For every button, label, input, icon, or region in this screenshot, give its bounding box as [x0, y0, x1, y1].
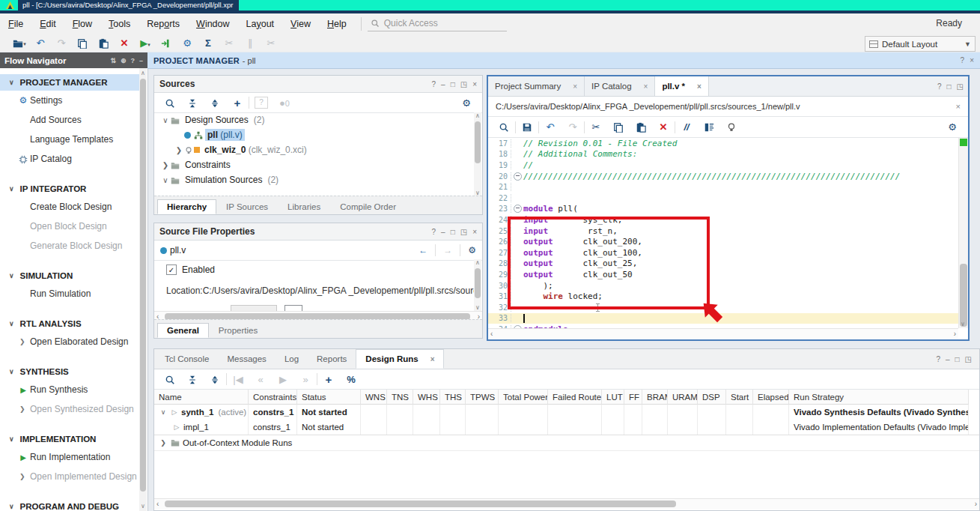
tab-general[interactable]: General [157, 323, 209, 338]
code-line[interactable]: 29output clk_out_50 [488, 269, 958, 280]
scissors-disabled-button[interactable]: ✂ [261, 37, 281, 49]
float-icon[interactable]: ◳ [460, 228, 467, 236]
chevron-right-icon[interactable]: ❯ [160, 161, 171, 169]
editor-hscrollbar[interactable]: ‹ › [488, 328, 958, 339]
tree-item-clk-wiz-0[interactable]: ❯clk_wiz_0 (clk_wiz_0.xci) [154, 142, 474, 157]
editor-tab-project-summary[interactable]: Project Summary× [488, 76, 585, 96]
open-project-button[interactable]: ▾ [9, 37, 30, 49]
minimize-icon[interactable]: – [139, 57, 143, 64]
scroll-up-icon[interactable]: ∧ [139, 70, 147, 76]
copy-button[interactable] [72, 37, 93, 49]
code-line[interactable]: 31 wire locked; [488, 291, 958, 302]
add-sources-button[interactable]: + [226, 97, 249, 109]
tab-compile-order[interactable]: Compile Order [330, 199, 406, 214]
lightbulb-icon[interactable] [720, 121, 743, 133]
play-run-icon[interactable]: ▶ [272, 374, 294, 385]
column-header-ths[interactable]: THS [440, 390, 466, 405]
bottom-tab-log[interactable]: Log [276, 349, 308, 369]
sources-scrollbar[interactable]: ∧ ∨ [474, 112, 481, 196]
maximize-icon[interactable]: □ [451, 80, 455, 88]
minimize-icon[interactable]: – [946, 355, 950, 363]
code-line[interactable]: 33 [488, 313, 958, 324]
sidebar-item-create-block-design[interactable]: Create Block Design [0, 197, 139, 217]
tree-item-simulation-sources[interactable]: ∨Simulation Sources(2) [154, 172, 474, 187]
import-button[interactable] [156, 37, 177, 49]
close-icon[interactable]: × [956, 102, 961, 111]
close-icon[interactable]: × [472, 80, 477, 88]
chevron-down-icon[interactable]: ∨ [159, 405, 168, 420]
sidebar-item-open-implemented-design[interactable]: ❯Open Implemented Design [0, 467, 139, 486]
fold-marker-icon[interactable] [514, 172, 522, 181]
column-header-lut[interactable]: LUT [602, 390, 624, 405]
column-header-wns[interactable]: WNS [361, 390, 387, 405]
scrollbar-thumb[interactable] [960, 264, 967, 327]
delete-button[interactable]: ✕ [114, 37, 135, 49]
scroll-down-icon[interactable]: ∨ [139, 503, 147, 510]
code-line[interactable]: 19// [488, 160, 958, 171]
layout-selector[interactable]: Default Layout ▼ [865, 36, 976, 52]
settings-gear-button[interactable]: ⚙ [177, 37, 198, 49]
menu-item-edit[interactable]: Edit [31, 19, 64, 29]
maximize-icon[interactable]: □ [955, 355, 960, 363]
copy-icon[interactable] [607, 121, 630, 133]
tab-ip-sources[interactable]: IP Sources [216, 199, 278, 214]
type-checkbox[interactable] [284, 305, 302, 311]
sidebar-section-synthesis[interactable]: ∨SYNTHESIS [0, 363, 139, 380]
sidebar-item-add-sources[interactable]: Add Sources [0, 110, 139, 130]
code-line[interactable]: 27output clk_out_100, [488, 247, 958, 258]
close-tab-icon[interactable]: × [430, 355, 435, 363]
scroll-left-icon[interactable]: ‹ [156, 500, 159, 508]
float-icon[interactable]: ◳ [957, 82, 964, 91]
table-group-row[interactable]: ❯Out-of-Context Module Runs [154, 435, 979, 451]
type-dropdown[interactable] [231, 305, 277, 311]
sources-settings-gear-icon[interactable]: ⚙ [455, 97, 478, 109]
code-line[interactable]: 17// Revision 0.01 - File Created [488, 138, 958, 149]
tab-properties[interactable]: Properties [209, 323, 267, 338]
chevron-right-icon[interactable]: ❯ [159, 439, 168, 447]
column-header-dsp[interactable]: DSP [698, 390, 726, 405]
quick-access-search[interactable]: Quick Access [368, 16, 507, 31]
collapse-all-icon[interactable] [181, 97, 204, 109]
bottom-tab-messages[interactable]: Messages [218, 349, 275, 369]
column-header-bram[interactable]: BRAM [642, 390, 668, 405]
bottom-tab-tcl-console[interactable]: Tcl Console [156, 349, 218, 369]
toggle-comment-icon[interactable]: // [675, 121, 698, 133]
column-header-status[interactable]: Status [297, 390, 361, 405]
sidebar-section-rtl-analysis[interactable]: ∨RTL ANALYSIS [0, 315, 139, 332]
code-line[interactable]: 30 ); [488, 280, 958, 291]
menu-item-reports[interactable]: Reports [139, 19, 188, 29]
help-icon[interactable]: ? [937, 82, 942, 91]
scrollbar-thumb[interactable] [140, 79, 146, 492]
float-icon[interactable]: ◳ [460, 80, 467, 88]
properties-gear-icon[interactable]: ⚙ [468, 245, 476, 256]
menu-item-window[interactable]: Window [188, 19, 237, 29]
tab-hierarchy[interactable]: Hierarchy [157, 199, 216, 214]
sum-report-button[interactable]: Σ [198, 37, 219, 49]
flow-navigator-scrollbar[interactable]: ∧ ∨ [139, 68, 147, 511]
scroll-down-icon[interactable]: ∨ [961, 321, 965, 327]
save-icon[interactable] [516, 121, 538, 133]
sidebar-item-open-elaborated-design[interactable]: ❯Open Elaborated Design [0, 332, 139, 351]
table-row[interactable]: ▷impl_1constrs_1Not startedVivado Implem… [154, 420, 979, 435]
column-header-whs[interactable]: WHS [413, 390, 440, 405]
menu-item-layout[interactable]: Layout [238, 19, 283, 29]
scroll-down-icon[interactable]: ∨ [475, 304, 480, 311]
column-header-name[interactable]: Name [154, 390, 249, 405]
run-button[interactable]: ▶▾ [135, 37, 156, 49]
chevron-down-icon[interactable]: ∨ [160, 176, 171, 184]
bottom-tab-reports[interactable]: Reports [308, 349, 356, 369]
close-icon[interactable]: × [472, 228, 477, 236]
column-header-elapsed[interactable]: Elapsed [753, 390, 789, 405]
sidebar-item-run-implementation[interactable]: ▶Run Implementation [0, 447, 139, 467]
scrollbar-thumb[interactable] [475, 268, 481, 298]
tree-item-constraints[interactable]: ❯Constraints [154, 157, 474, 172]
sidebar-item-ip-catalog[interactable]: IP Catalog [0, 149, 139, 169]
paste-icon[interactable] [630, 121, 652, 133]
menu-item-file[interactable]: File [0, 19, 31, 29]
tab-libraries[interactable]: Libraries [278, 199, 330, 214]
sidebar-item-run-synthesis[interactable]: ▶Run Synthesis [0, 380, 139, 399]
editor-tab-ip-catalog[interactable]: IP Catalog× [585, 76, 655, 96]
editor-vscrollbar[interactable]: ∨ [958, 138, 968, 328]
redo-icon[interactable]: ↷ [561, 121, 584, 133]
menu-item-help[interactable]: Help [319, 19, 355, 29]
